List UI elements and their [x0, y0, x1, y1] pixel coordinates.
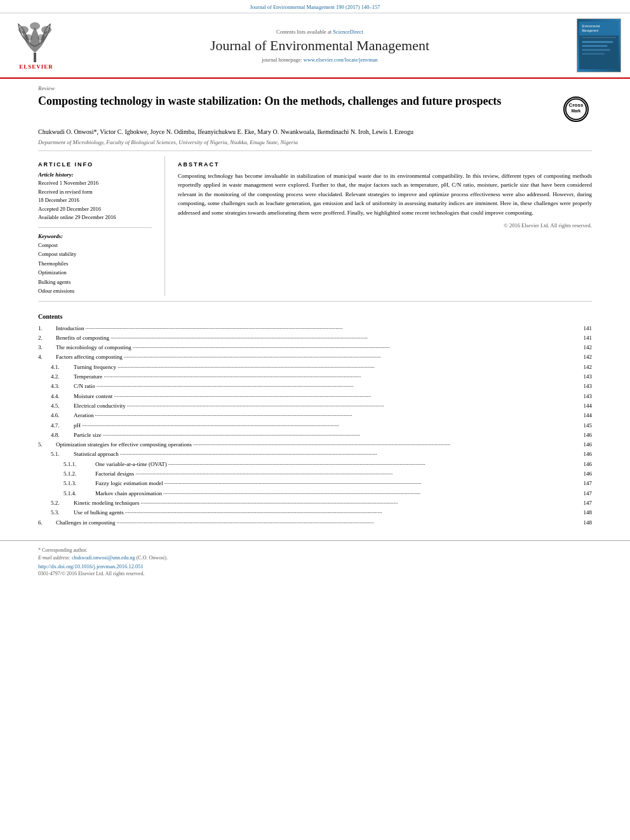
toc-dots: ········································… [109, 333, 576, 343]
toc-title: The microbiology of composting [56, 343, 131, 352]
svg-rect-11 [582, 41, 613, 43]
abstract-col: ABSTRACT Composting technology has becom… [165, 156, 592, 296]
toc-number: 5. [38, 440, 56, 450]
svg-point-1 [18, 26, 29, 34]
doi-link[interactable]: http://dx.doi.org/10.1016/j.jenvman.2016… [38, 563, 592, 570]
divider-2 [38, 301, 592, 302]
toc-item: 4.7. pH ································… [38, 421, 592, 430]
toc-item: 5. Optimization strategies for effective… [38, 440, 592, 450]
email-author: (C.O. Onwosi). [137, 555, 168, 561]
toc-dots: ········································… [116, 518, 577, 528]
crossmark-icon: Cross Mark [563, 97, 589, 122]
toc-number: 5.1.2. [64, 469, 95, 479]
crossmark-badge: Cross Mark [563, 97, 592, 122]
homepage-link[interactable]: www.elsevier.com/locate/jenvman [304, 57, 378, 63]
svg-rect-0 [34, 53, 36, 62]
toc-number: 4.6. [51, 411, 74, 420]
toc-title: Temperature [74, 372, 102, 382]
toc-item: 5.3. Use of bulking agents ·············… [38, 508, 592, 517]
toc-number: 5.2. [51, 498, 74, 508]
toc-page: 146 [576, 440, 592, 450]
toc-number: 4.7. [51, 421, 74, 430]
two-column-section: ARTICLE INFO Article history: Received 1… [0, 156, 630, 296]
keywords-label: Keywords: [38, 233, 152, 239]
keyword-item: Optimization [38, 268, 152, 277]
keyword-item: Compost [38, 241, 152, 250]
keywords-list: CompostCompost stabilityThermophilesOpti… [38, 241, 152, 296]
journal-cover: Environmental Management [575, 18, 622, 72]
revised-label: Received in revised form [38, 188, 152, 197]
available-date: Available online 29 December 2016 [38, 213, 152, 222]
toc-title: Statistical approach [74, 450, 119, 459]
toc-title: Benefits of composting [56, 333, 109, 343]
toc-item: 1. Introduction ························… [38, 324, 592, 333]
toc-dots: ········································… [112, 392, 576, 401]
toc-dots: ········································… [81, 421, 576, 430]
toc-page: 144 [576, 401, 592, 411]
divider-1 [38, 150, 592, 151]
toc-dots: ········································… [134, 469, 576, 479]
toc-page: 143 [576, 382, 592, 391]
toc-number: 5.1.3. [64, 479, 95, 488]
article-type-label: Review [38, 85, 592, 91]
toc-number: 5.1.4. [64, 489, 95, 498]
divider-info [38, 227, 152, 228]
toc-title: pH [74, 421, 81, 430]
svg-rect-12 [582, 45, 607, 47]
toc-number: 4.3. [51, 382, 74, 391]
toc-title: Markov chain approximation [95, 489, 162, 498]
toc-dots: ········································… [84, 324, 577, 333]
toc-page: 146 [576, 460, 592, 469]
article-info-heading: ARTICLE INFO [38, 161, 152, 168]
toc-title: Aeration [74, 411, 94, 420]
toc-dots: ········································… [102, 372, 576, 382]
svg-rect-14 [582, 53, 604, 55]
toc-number: 1. [38, 324, 56, 333]
toc-item: 4.8. Particle size ·····················… [38, 430, 592, 440]
toc-number: 4.5. [51, 401, 74, 411]
toc-item: 4.5. Electrical conductivity ···········… [38, 401, 592, 411]
toc-number: 4.8. [51, 430, 74, 440]
journal-homepage: journal homepage: www.elsevier.com/locat… [262, 57, 378, 63]
keyword-item: Thermophiles [38, 259, 152, 268]
toc-item: 3. The microbiology of composting ······… [38, 343, 592, 352]
toc-dots: ········································… [123, 352, 576, 362]
toc-page: 145 [576, 421, 592, 430]
toc-dots: ········································… [162, 489, 576, 498]
toc-page: 146 [576, 469, 592, 479]
article-title: Composting technology in waste stabiliza… [38, 94, 557, 109]
toc-dots: ········································… [102, 430, 576, 440]
svg-point-4 [25, 34, 32, 41]
toc-number: 4.4. [51, 392, 74, 401]
toc-item: 4.3. C/N ratio ·························… [38, 382, 592, 391]
toc-title: Turning frequency [74, 363, 116, 372]
accepted-date: Accepted 20 December 2016 [38, 205, 152, 214]
toc-page: 147 [576, 498, 592, 508]
toc-page: 148 [576, 508, 592, 517]
toc-title: Particle size [74, 430, 102, 440]
toc-page: 141 [576, 324, 592, 333]
cover-image: Environmental Management [577, 18, 621, 72]
journal-reference: Journal of Environmental Management 190 … [0, 0, 630, 13]
toc-dots: ········································… [167, 460, 576, 469]
toc-title: Electrical conductivity [74, 401, 126, 411]
toc-title: Fuzzy logic estimation model [95, 479, 163, 488]
toc-title: Optimization strategies for effective co… [56, 440, 192, 450]
toc-title: Moisture content [74, 392, 112, 401]
toc-number: 4. [38, 352, 56, 362]
corresponding-note: * Corresponding author. [38, 547, 592, 553]
toc-dots: ········································… [126, 401, 576, 411]
abstract-text: Composting technology has become invalua… [178, 171, 592, 217]
email-address[interactable]: chukwudi.onwosi@unn.edu.ng [72, 555, 135, 561]
toc-number: 3. [38, 343, 56, 352]
sciencedirect-link[interactable]: ScienceDirect [333, 29, 363, 35]
toc-page: 146 [576, 430, 592, 440]
toc-item: 4.4. Moisture content ··················… [38, 392, 592, 401]
toc-number: 5.1. [51, 450, 74, 459]
toc-item: 4.6. Aeration ··························… [38, 411, 592, 420]
toc-dots: ········································… [131, 343, 576, 352]
toc-number: 4.2. [51, 372, 74, 382]
email-line: E-mail address: chukwudi.onwosi@unn.edu.… [38, 555, 592, 561]
toc-dots: ········································… [139, 498, 576, 508]
svg-text:Management: Management [582, 29, 598, 32]
